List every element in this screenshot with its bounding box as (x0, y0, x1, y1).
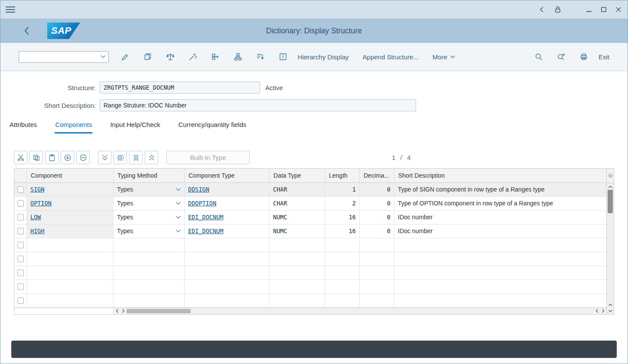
vertical-scrollbar[interactable] (606, 169, 614, 314)
lock-icon[interactable] (554, 6, 562, 13)
component-link[interactable]: HIGH (30, 228, 45, 234)
table-settings-gear-icon[interactable] (607, 169, 614, 183)
typing-method-select[interactable]: Types (114, 183, 185, 197)
scroll-up-icon[interactable] (607, 301, 614, 308)
more-button[interactable]: More (433, 53, 455, 61)
header-component-type[interactable]: Component Type (185, 169, 270, 182)
short-description-cell: Type of OPTION component in row type of … (394, 197, 606, 211)
table-row[interactable]: SIGN Types DDSIGN CHAR 1 0 Type of SIGN … (14, 183, 606, 197)
row-checkbox[interactable] (17, 214, 24, 221)
delete-line-icon[interactable] (129, 151, 143, 164)
component-link[interactable]: LOW (30, 214, 41, 221)
header-decimals[interactable]: Decima... (360, 169, 394, 182)
display-change-icon[interactable] (117, 49, 133, 65)
typing-method-select[interactable]: Types (114, 197, 185, 211)
horizontal-scrollbar[interactable] (14, 308, 606, 314)
status-bar (11, 341, 617, 358)
scroll-right-icon[interactable] (120, 308, 127, 314)
component-type-link[interactable]: DDSIGN (188, 186, 209, 193)
scroll-left-icon[interactable] (114, 308, 120, 314)
structure-field[interactable]: ZRGTPTS_RANGE_DOCNUM (100, 81, 260, 94)
table-row-empty[interactable] (14, 280, 606, 294)
built-in-type-button[interactable]: Built-In Type (166, 151, 250, 164)
scroll-right-icon[interactable] (600, 308, 606, 314)
remove-row-icon[interactable] (76, 151, 90, 164)
minimize-icon[interactable] (586, 6, 592, 13)
hierarchy-display-button[interactable]: Hierarchy Display (298, 53, 349, 61)
nav-back-icon[interactable] (538, 6, 545, 13)
exit-button[interactable]: Exit (599, 53, 609, 61)
hierarchy-display-label: Hierarchy Display (298, 53, 349, 61)
maximize-icon[interactable] (601, 6, 607, 13)
header-selector (14, 169, 27, 182)
add-row-icon[interactable] (61, 151, 74, 164)
vertical-scroll-thumb[interactable] (608, 190, 613, 213)
menu-icon[interactable] (6, 6, 15, 13)
move-down-icon[interactable] (98, 151, 111, 164)
cut-icon[interactable] (14, 151, 27, 164)
row-checkbox[interactable] (17, 186, 24, 193)
append-structure-label: Append Structure... (363, 53, 419, 61)
row-checkbox[interactable] (17, 270, 24, 276)
short-description-field[interactable]: Range Struture: IDOC Number (100, 99, 416, 111)
table-row[interactable]: OPTION Types DDOPTION CHAR 2 0 Type of O… (14, 197, 606, 211)
row-checkbox[interactable] (17, 297, 24, 304)
print-icon[interactable] (576, 49, 592, 65)
activate-icon[interactable] (185, 49, 201, 65)
tab-components[interactable]: Components (55, 117, 92, 133)
search-more-icon[interactable] (553, 49, 569, 65)
components-table: Component Typing Method Component Type D… (14, 168, 614, 315)
component-link[interactable]: SIGN (30, 186, 45, 193)
command-field[interactable] (19, 51, 109, 63)
typing-method-select[interactable]: Types (114, 211, 185, 224)
paste-icon[interactable] (45, 151, 59, 164)
decimals-cell: 0 (360, 211, 394, 224)
typing-method-select[interactable]: Types (114, 224, 185, 238)
component-link[interactable]: OPTION (30, 200, 52, 207)
table-body: SIGN Types DDSIGN CHAR 1 0 Type of SIGN … (14, 183, 606, 308)
table-row[interactable]: LOW Types EDI_DOCNUM NUMC 16 0 IDoc numb… (14, 211, 606, 224)
component-type-link[interactable]: EDI_DOCNUM (188, 214, 223, 221)
data-type-cell: CHAR (270, 197, 325, 211)
row-checkbox[interactable] (17, 242, 24, 248)
component-type-link[interactable]: DDOPTION (188, 200, 216, 207)
search-icon[interactable] (531, 49, 547, 65)
tab-attributes[interactable]: Attributes (9, 117, 37, 133)
chevron-down-icon[interactable] (98, 52, 108, 62)
hierarchy-icon[interactable] (230, 49, 246, 65)
close-icon[interactable] (615, 6, 621, 13)
table-row-empty[interactable] (14, 266, 606, 280)
table-row-empty[interactable] (14, 252, 606, 266)
other-object-icon[interactable] (140, 49, 156, 65)
move-top-icon[interactable] (145, 151, 158, 164)
exit-label: Exit (599, 53, 609, 61)
table-row-empty[interactable] (14, 294, 606, 308)
header-data-type[interactable]: Data Type (270, 169, 325, 182)
insert-line-icon[interactable] (114, 151, 127, 164)
horizontal-scroll-thumb[interactable] (127, 309, 191, 313)
header-typing-method[interactable]: Typing Method (114, 169, 185, 182)
scroll-down-icon[interactable] (607, 308, 614, 314)
tab-input-help-check[interactable]: Input Help/Check (110, 117, 160, 133)
append-structure-button[interactable]: Append Structure... (363, 53, 419, 61)
scroll-up-icon[interactable] (607, 183, 614, 190)
row-checkbox[interactable] (17, 228, 24, 234)
header-short-description[interactable]: Short Description (394, 169, 606, 182)
row-checkbox[interactable] (17, 256, 24, 262)
table-row[interactable]: HIGH Types EDI_DOCNUM NUMC 16 0 IDoc num… (14, 224, 606, 238)
header-component[interactable]: Component (27, 169, 114, 182)
tab-currency-quantity-fields[interactable]: Currency/quantity fields (178, 117, 247, 133)
check-icon[interactable] (163, 49, 178, 65)
table-row-empty[interactable] (14, 238, 606, 252)
info-icon[interactable] (275, 49, 291, 65)
scroll-left-icon[interactable] (593, 308, 600, 314)
header-length[interactable]: Length (325, 169, 360, 182)
row-checkbox[interactable] (17, 200, 24, 207)
command-input[interactable] (19, 52, 98, 62)
copy-icon[interactable] (29, 151, 43, 164)
sort-icon[interactable] (253, 49, 268, 65)
row-checkbox[interactable] (17, 283, 24, 290)
where-used-icon[interactable] (208, 49, 223, 65)
component-type-link[interactable]: EDI_DOCNUM (188, 228, 223, 234)
back-button[interactable] (23, 26, 31, 36)
